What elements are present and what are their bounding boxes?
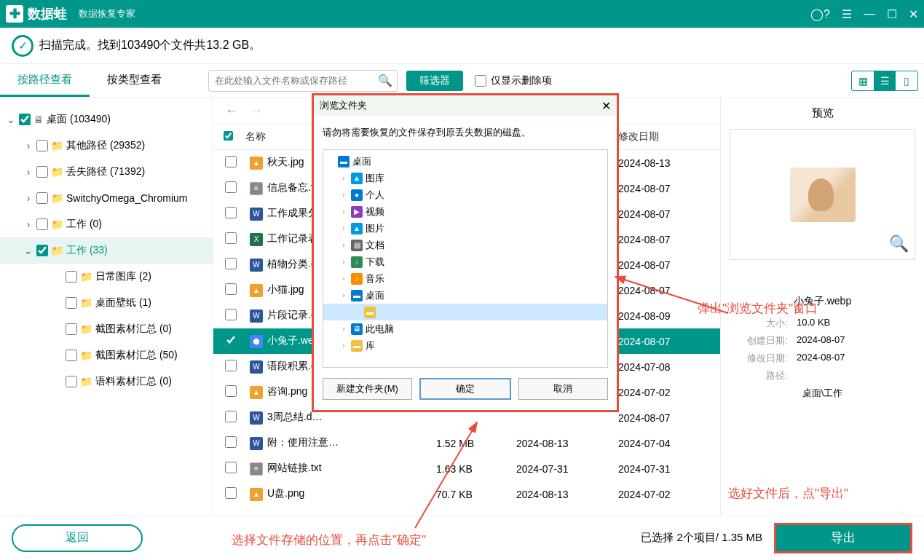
dialog-tree-item[interactable]: ›▬桌面 [323, 287, 607, 304]
selection-status: 已选择 2个项目/ 1.35 MB [641, 531, 762, 545]
cancel-button[interactable]: 取消 [518, 378, 608, 400]
preview-size: 10.0 KB [797, 317, 830, 330]
dialog-tree-item[interactable]: ›▬库 [323, 337, 607, 354]
view-grid-icon[interactable]: ▦ [852, 71, 874, 90]
tree-item[interactable]: ⌄🖥桌面 (103490) [0, 106, 213, 133]
app-logo: ✚ 数据蛙 [6, 5, 67, 23]
dialog-tree-item[interactable]: ›▲图库 [323, 170, 607, 186]
select-all-checkbox[interactable] [224, 131, 233, 141]
ok-button[interactable]: 确定 [419, 378, 510, 400]
scan-status-text: 扫描完成。找到103490个文件共13.2 GB。 [39, 38, 261, 53]
tree-item[interactable]: 📁截图素材汇总 (0) [0, 316, 213, 342]
close-icon[interactable]: ✕ [909, 7, 918, 21]
view-detail-icon[interactable]: ▯ [896, 71, 917, 90]
preview-thumbnail [790, 167, 856, 222]
app-subtitle: 数据恢复专家 [79, 7, 135, 20]
nav-forward-icon[interactable]: → [250, 103, 263, 119]
menu-icon[interactable]: ☰ [842, 7, 852, 21]
logo-icon: ✚ [6, 5, 23, 23]
app-name: 数据蛙 [28, 5, 67, 23]
help-icon[interactable]: ◯? [810, 7, 830, 21]
footer: 返回 已选择 2个项目/ 1.35 MB 导出 [0, 515, 924, 560]
filter-button[interactable]: 筛选器 [406, 71, 463, 91]
dialog-message: 请勿将需要恢复的文件保存到原丢失数据的磁盘。 [314, 116, 617, 149]
export-button[interactable]: 导出 [774, 523, 912, 553]
scan-status-bar: ✓ 扫描完成。找到103490个文件共13.2 GB。 [0, 28, 924, 64]
preview-created: 2024-08-07 [797, 334, 845, 347]
dialog-titlebar: 浏览文件夹 ✕ [314, 95, 617, 116]
tab-by-type[interactable]: 按类型查看 [90, 64, 179, 97]
dialog-tree-item[interactable]: ›🖥此电脑 [323, 320, 607, 337]
tree-item[interactable]: ›📁工作 (0) [0, 211, 213, 237]
zoom-icon[interactable]: 🔍 [889, 234, 909, 253]
search-icon[interactable]: 🔍 [378, 74, 392, 87]
tree-item[interactable]: ›📁丢失路径 (71392) [0, 159, 213, 185]
dialog-tree-item[interactable]: ›♪音乐 [323, 270, 607, 287]
dialog-folder-tree[interactable]: ▬桌面›▲图库›● 个人›▶视频›▲图片›▤文档›↓下载›♪音乐›▬桌面▬ ›🖥… [323, 149, 608, 368]
new-folder-button[interactable]: 新建文件夹(M) [323, 378, 412, 400]
tree-item[interactable]: ›📁其他路径 (29352) [0, 133, 213, 159]
preview-panel: 预览 🔍 小兔子.webp 大小:10.0 KB 创建日期:2024-08-07… [720, 98, 924, 515]
tree-item[interactable]: 📁桌面壁纸 (1) [0, 290, 213, 316]
tree-item[interactable]: ›📁SwitchyOmega_Chromium [0, 185, 213, 211]
preview-filename: 小兔子.webp [730, 295, 915, 308]
tree-item[interactable]: 📁语料素材汇总 (0) [0, 368, 213, 395]
tree-item[interactable]: 📁日常图库 (2) [0, 264, 213, 290]
dialog-tree-item[interactable]: ▬桌面 [323, 153, 607, 170]
check-icon: ✓ [12, 35, 33, 57]
minimize-icon[interactable]: — [864, 7, 875, 20]
preview-modified: 2024-08-07 [797, 352, 845, 365]
preview-path: 桌面\工作 [802, 387, 843, 400]
file-row[interactable]: ▲U盘.png 70.7 KB2024-08-132024-07-02 [213, 481, 720, 507]
dialog-tree-item[interactable]: ›▶视频 [323, 203, 607, 220]
search-box[interactable]: 🔍 [208, 70, 398, 92]
search-input[interactable] [215, 75, 375, 86]
show-deleted-checkbox[interactable] [475, 75, 486, 87]
titlebar: ✚ 数据蛙 数据恢复专家 ◯? ☰ — ☐ ✕ [0, 0, 924, 28]
dialog-tree-item[interactable]: ›▤文档 [323, 237, 607, 253]
dialog-tree-item[interactable]: ›▲图片 [323, 220, 607, 237]
tree-item[interactable]: ⌄📁工作 (33) [0, 237, 213, 264]
maximize-icon[interactable]: ☐ [887, 7, 897, 21]
tree-item[interactable]: 📁截图素材汇总 (50) [0, 342, 213, 368]
folder-tree: ⌄🖥桌面 (103490)›📁其他路径 (29352)›📁丢失路径 (71392… [0, 98, 213, 515]
view-list-icon[interactable]: ☰ [874, 71, 896, 90]
dialog-close-icon[interactable]: ✕ [601, 99, 611, 113]
nav-back-icon[interactable]: ← [225, 103, 238, 119]
tab-by-path[interactable]: 按路径查看 [0, 64, 90, 97]
preview-title: 预览 [730, 106, 915, 120]
file-row[interactable]: ≡网站链接.txt 1.63 KB2024-07-312024-07-31 [213, 456, 720, 481]
header-moddate[interactable]: 修改日期 [618, 130, 720, 143]
dialog-tree-item[interactable]: ›● 个人 [323, 186, 607, 203]
dialog-title: 浏览文件夹 [320, 99, 367, 112]
file-row[interactable]: W附：使用注意… 1.52 MB2024-08-132024-07-04 [213, 430, 720, 456]
dialog-tree-item[interactable]: ›↓下载 [323, 253, 607, 270]
back-button[interactable]: 返回 [12, 524, 143, 552]
show-deleted-only[interactable]: 仅显示删除项 [475, 74, 552, 87]
browse-folder-dialog: 浏览文件夹 ✕ 请勿将需要恢复的文件保存到原丢失数据的磁盘。 ▬桌面›▲图库›●… [312, 93, 619, 412]
dialog-tree-item[interactable]: ▬ [323, 304, 607, 320]
preview-image-box[interactable]: 🔍 [730, 129, 915, 260]
